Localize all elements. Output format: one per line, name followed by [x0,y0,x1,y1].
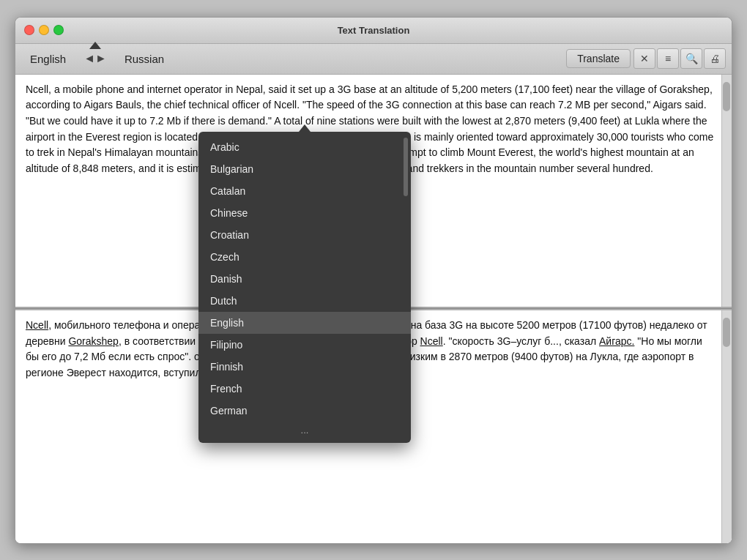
main-window: Text Translation English ◄► Russian Tran… [15,17,732,544]
dropdown-item[interactable]: Catalan [198,180,411,202]
toolbar-icon-group: ✕ ≡ 🔍 🖨 [633,48,726,69]
swap-icon: ◄► [83,52,107,64]
target-language-button[interactable]: Russian [116,50,173,68]
print-icon-button[interactable]: 🖨 [704,48,726,69]
toolbar: English ◄► Russian Translate ✕ ≡ 🔍 🖨 [15,44,732,75]
dropdown-item[interactable]: Czech [198,246,411,268]
source-scrollbar[interactable] [721,75,732,307]
dropdown-item[interactable]: Filipino [198,334,411,356]
target-scrollbar-thumb[interactable] [723,318,730,347]
menu-icon-button[interactable]: ≡ [657,48,679,69]
dropdown-items-container: ArabicBulgarianCatalanChineseCroatianCze… [198,136,411,422]
window-controls [15,25,64,35]
content-area: Ncell, a mobile phone and internet opera… [15,75,732,543]
translate-button[interactable]: Translate [566,49,631,68]
menu-icon: ≡ [665,53,671,64]
ncell-link2[interactable]: Ncell [420,335,443,347]
dropdown-more: ... [198,422,411,438]
print-icon: 🖨 [710,53,720,64]
aigars-link[interactable]: Айгарс. [599,335,634,347]
dropdown-item[interactable]: English [198,312,411,334]
maximize-button[interactable] [53,25,64,35]
minimize-button[interactable] [39,25,49,35]
close-button[interactable] [24,25,34,35]
dropdown-item[interactable]: Danish [198,268,411,290]
close-icon-button[interactable]: ✕ [633,48,655,69]
dropdown-item[interactable]: German [198,400,411,422]
search-icon: 🔍 [685,53,698,64]
dropdown-item[interactable]: Finnish [198,356,411,378]
dropdown-item[interactable]: Chinese [198,202,411,224]
source-scrollbar-thumb[interactable] [723,82,730,111]
swap-languages-button[interactable]: ◄► [78,49,113,68]
dropdown-item[interactable]: Croatian [198,224,411,246]
ncell-link[interactable]: Ncell [26,319,48,331]
titlebar: Text Translation [15,18,732,44]
language-dropdown[interactable]: ArabicBulgarianCatalanChineseCroatianCze… [198,132,411,443]
window-title: Text Translation [338,25,410,36]
search-icon-button[interactable]: 🔍 [680,48,702,69]
gorakshep-link[interactable]: Gorakshep [68,335,118,347]
dropdown-item[interactable]: Bulgarian [198,158,411,180]
dropdown-item[interactable]: Arabic [198,136,411,158]
target-scrollbar[interactable] [721,310,732,543]
close-icon: ✕ [640,53,649,64]
dropdown-item[interactable]: Dutch [198,290,411,312]
dropdown-scrollbar[interactable] [404,138,408,196]
source-language-button[interactable]: English [21,50,75,68]
dropdown-item[interactable]: French [198,378,411,400]
